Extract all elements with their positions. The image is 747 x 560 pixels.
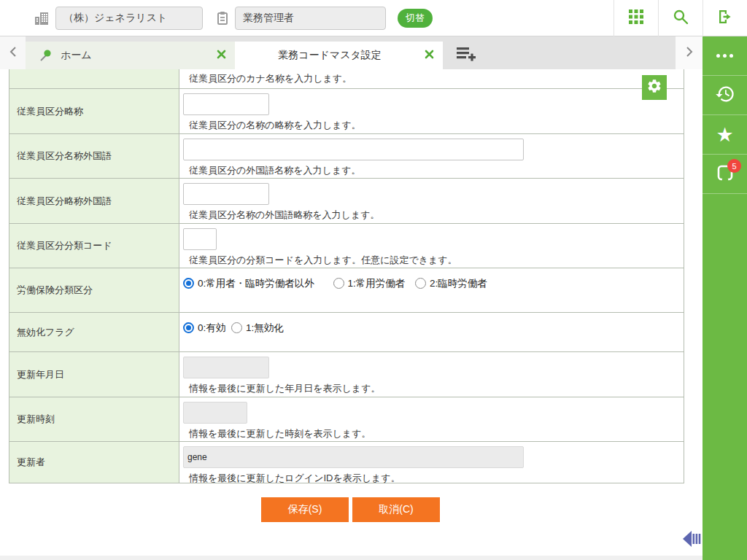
table-row: 従業員区分のカナ名称を入力します。	[9, 69, 684, 89]
logout-button[interactable]	[703, 0, 747, 36]
table-row: 更新年月日 情報を最後に更新した年月日を表示します。	[9, 352, 684, 397]
search-icon	[672, 8, 689, 28]
settings-gear-icon	[646, 78, 662, 97]
employee-class-category-code-input[interactable]	[183, 228, 217, 250]
row-label: 従業員区分略称	[9, 89, 179, 133]
company-input[interactable]	[55, 7, 203, 30]
pin-icon	[39, 49, 52, 62]
collapse-arrow-icon	[683, 537, 702, 549]
tab-home-label: ホーム	[61, 49, 92, 62]
sidebar-favorites-button[interactable]: ★	[703, 115, 747, 155]
bottom-scroll-track	[0, 556, 703, 560]
employee-class-abbr-input[interactable]	[183, 93, 269, 115]
main-content: 従業員区分のカナ名称を入力します。 従業員区分略称 従業員区分の名称の略称を入力…	[0, 69, 703, 560]
tabs-scroll-right-button[interactable]	[676, 36, 703, 69]
table-row: 無効化フラグ 0:有効 1:無効化	[9, 313, 684, 352]
settings-button[interactable]	[642, 75, 667, 100]
row-label: 従業員区分分類コード	[9, 224, 179, 268]
table-row: 更新者 情報を最後に更新したログインIDを表示します。	[9, 442, 684, 483]
table-row: 従業員区分分類コード 従業員区分の分類コードを入力します。任意に設定できます。	[9, 224, 684, 268]
tab-active-close-button[interactable]	[425, 49, 434, 62]
row-label: 更新時刻	[9, 397, 179, 441]
add-tab-icon	[456, 51, 476, 63]
row-description: 従業員区分の分類コードを入力します。任意に設定できます。	[189, 254, 684, 267]
apps-grid-icon	[627, 8, 645, 28]
row-description: 従業員区分の外国語名称を入力します。	[189, 164, 684, 177]
radio-selected-icon	[183, 278, 194, 289]
table-row: 従業員区分名称外国語 従業員区分の外国語名称を入力します。	[9, 134, 684, 179]
add-tab-button[interactable]	[456, 47, 476, 69]
row-description: 従業員区分のカナ名称を入力します。	[189, 72, 684, 85]
labor-insurance-radio-1[interactable]: 1:常用労働者	[333, 278, 406, 289]
row-description: 従業員区分の名称の略称を入力します。	[189, 119, 684, 132]
tab-home-close-button[interactable]	[217, 49, 226, 62]
master-settings-form: 従業員区分のカナ名称を入力します。 従業員区分略称 従業員区分の名称の略称を入力…	[9, 69, 684, 483]
tab-active-label: 業務コードマスタ設定	[235, 49, 425, 62]
labor-insurance-radio-2[interactable]: 2:臨時労働者	[415, 278, 487, 289]
tab-business-code-master[interactable]: 業務コードマスタ設定	[235, 42, 443, 69]
chevron-left-icon	[9, 47, 17, 60]
row-label: 従業員区分略称外国語	[9, 179, 179, 223]
sidebar-more-button[interactable]	[703, 36, 747, 76]
radio-icon	[231, 322, 242, 333]
row-label: 更新者	[9, 442, 179, 483]
apps-menu-button[interactable]	[614, 0, 658, 36]
close-icon	[217, 49, 226, 62]
row-label: 更新年月日	[9, 352, 179, 397]
radio-icon	[415, 278, 426, 289]
disable-flag-radio-0[interactable]: 0:有効	[183, 322, 225, 333]
star-icon: ★	[716, 125, 733, 144]
clipboard-icon	[216, 11, 229, 26]
tabs-scroll-left-button[interactable]	[0, 36, 26, 69]
tab-bar: ホーム 業務コードマスタ設定	[0, 36, 703, 69]
chevron-right-icon	[686, 47, 693, 60]
search-button[interactable]	[658, 0, 703, 36]
radio-icon	[333, 278, 344, 289]
updated-by-field	[183, 446, 524, 468]
update-time-field	[183, 402, 247, 424]
sidebar-history-button[interactable]	[703, 76, 747, 115]
update-date-field	[183, 357, 269, 378]
employee-class-abbr-foreign-input[interactable]	[183, 183, 269, 205]
building-icon	[34, 10, 50, 26]
notification-badge: 5	[727, 159, 741, 173]
switch-role-button[interactable]: 切替	[398, 9, 433, 28]
history-icon	[715, 84, 735, 107]
row-description: 従業員区分名称の外国語略称を入力します。	[189, 209, 684, 222]
row-description: 情報を最後に更新した年月日を表示します。	[189, 382, 684, 395]
table-row: 従業員区分略称外国語 従業員区分名称の外国語略称を入力します。	[9, 179, 684, 224]
employee-class-name-foreign-input[interactable]	[183, 139, 524, 160]
row-label: 従業員区分名称外国語	[9, 134, 179, 178]
more-ellipsis-icon	[716, 54, 733, 58]
table-row: 労働保険分類区分 0:常用者・臨時労働者以外 1:常用労働者 2:臨時労働者	[9, 268, 684, 313]
right-sidebar: ★ 5	[703, 36, 747, 560]
row-description: 情報を最後に更新したログインIDを表示します。	[189, 472, 684, 485]
role-input[interactable]	[235, 7, 386, 30]
cancel-button[interactable]: 取消(C)	[352, 497, 440, 522]
radio-selected-icon	[183, 322, 194, 333]
save-button[interactable]: 保存(S)	[261, 497, 349, 522]
labor-insurance-radio-0[interactable]: 0:常用者・臨時労働者以外	[183, 278, 314, 289]
row-description: 情報を最後に更新した時刻を表示します。	[189, 427, 684, 440]
sidebar-notifications-button[interactable]: 5	[703, 155, 747, 194]
close-icon	[425, 49, 434, 62]
collapse-panel-button[interactable]	[683, 531, 702, 550]
top-header: 切替	[0, 0, 747, 36]
disable-flag-radio-1[interactable]: 1:無効化	[231, 322, 284, 333]
row-label	[9, 69, 179, 88]
table-row: 更新時刻 情報を最後に更新した時刻を表示します。	[9, 397, 684, 442]
row-label: 労働保険分類区分	[9, 268, 179, 312]
table-row: 従業員区分略称 従業員区分の名称の略称を入力します。	[9, 89, 684, 134]
row-label: 無効化フラグ	[9, 313, 179, 351]
logout-icon	[716, 8, 734, 28]
tab-home[interactable]: ホーム	[26, 42, 235, 69]
